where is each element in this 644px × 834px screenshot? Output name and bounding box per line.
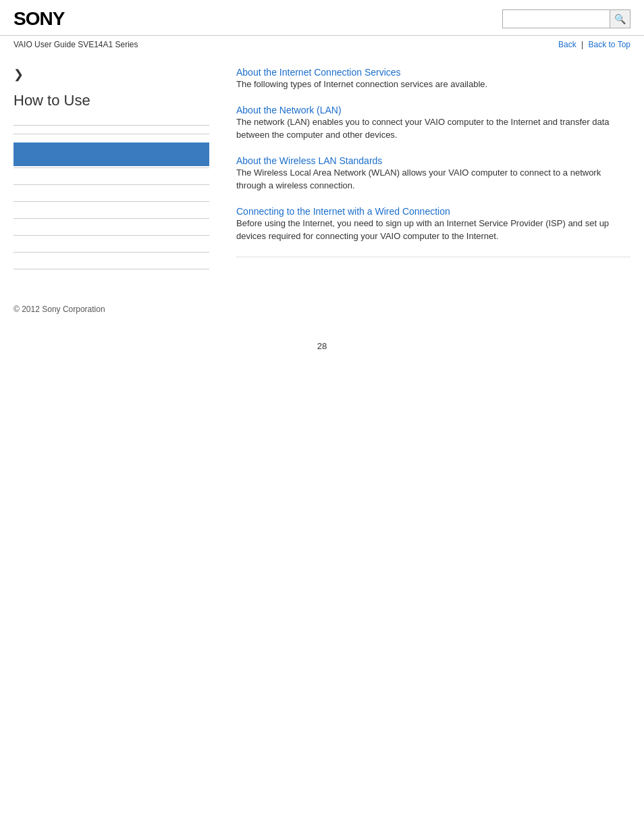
back-to-top-link[interactable]: Back to Top	[589, 40, 630, 49]
sidebar-divider-7	[14, 235, 209, 236]
content-area: About the Internet Connection Services T…	[223, 60, 630, 278]
section-title-wired-connection[interactable]: Connecting to the Internet with a Wired …	[236, 206, 450, 217]
sidebar-spacer-3	[14, 210, 209, 218]
sidebar-item-active[interactable]	[14, 142, 209, 166]
copyright: © 2012 Sony Corporation	[14, 305, 105, 314]
section-title-internet-connection[interactable]: About the Internet Connection Services	[236, 67, 401, 78]
sidebar-spacer-1	[14, 176, 209, 184]
sidebar-title: How to Use	[14, 92, 209, 115]
sidebar-divider-1	[14, 125, 209, 126]
section-internet-connection: About the Internet Connection Services T…	[236, 67, 630, 91]
page-number: 28	[0, 341, 644, 358]
subheader: VAIO User Guide SVE14A1 Series Back | Ba…	[0, 36, 644, 53]
sidebar: ❯ How to Use	[14, 60, 223, 278]
section-title-network-lan[interactable]: About the Network (LAN)	[236, 105, 342, 115]
section-wired-connection: Connecting to the Internet with a Wired …	[236, 206, 630, 243]
sidebar-divider-6	[14, 218, 209, 219]
sidebar-divider-8	[14, 252, 209, 253]
main-layout: ❯ How to Use About the Internet Connecti…	[0, 53, 644, 291]
sony-logo: SONY	[14, 8, 64, 30]
nav-links: Back | Back to Top	[558, 40, 630, 49]
guide-title: VAIO User Guide SVE14A1 Series	[14, 40, 138, 49]
search-input[interactable]	[502, 9, 610, 28]
sidebar-divider-4	[14, 184, 209, 185]
sidebar-spacer-5	[14, 244, 209, 252]
section-wireless-lan: About the Wireless LAN Standards The Wir…	[236, 155, 630, 192]
search-icon: 🔍	[614, 14, 626, 24]
section-text-wireless-lan: The Wireless Local Area Network (WLAN) a…	[236, 166, 630, 192]
search-button[interactable]: 🔍	[610, 9, 630, 28]
sidebar-divider-3	[14, 167, 209, 168]
sidebar-spacer-6	[14, 261, 209, 269]
section-text-internet-connection: The following types of Internet connecti…	[236, 78, 630, 91]
section-network-lan: About the Network (LAN) The network (LAN…	[236, 105, 630, 142]
section-text-network-lan: The network (LAN) enables you to connect…	[236, 115, 630, 142]
sidebar-divider-5	[14, 201, 209, 202]
back-link[interactable]: Back	[558, 40, 576, 49]
sidebar-spacer-2	[14, 193, 209, 201]
content-bottom-divider	[236, 257, 630, 257]
pipe-separator: |	[581, 40, 583, 49]
sidebar-divider-2	[14, 134, 209, 134]
search-area: 🔍	[502, 9, 630, 28]
section-title-wireless-lan[interactable]: About the Wireless LAN Standards	[236, 155, 382, 166]
footer: © 2012 Sony Corporation	[0, 291, 644, 321]
sidebar-arrow[interactable]: ❯	[14, 67, 209, 82]
section-text-wired-connection: Before using the Internet, you need to s…	[236, 217, 630, 243]
sidebar-divider-9	[14, 269, 209, 269]
sidebar-spacer-4	[14, 227, 209, 235]
page-header: SONY 🔍	[0, 0, 644, 36]
